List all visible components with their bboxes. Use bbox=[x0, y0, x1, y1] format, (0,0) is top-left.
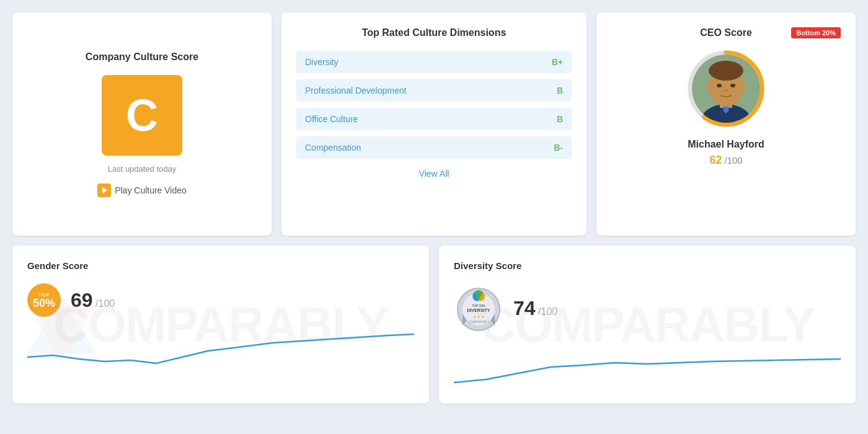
last-updated-text: Last updated today bbox=[108, 164, 177, 174]
dimension-name-compensation: Compensation bbox=[305, 143, 361, 153]
culture-score-card: Company Culture Score C Last updated tod… bbox=[12, 12, 272, 236]
dimensions-title: Top Rated Culture Dimensions bbox=[296, 27, 572, 38]
play-video-label: Play Culture Video bbox=[115, 185, 187, 195]
grade-letter: C bbox=[126, 90, 158, 141]
culture-score-title: Company Culture Score bbox=[86, 51, 198, 63]
bottom-badge: Bottom 20% bbox=[791, 27, 841, 38]
diversity-panel-title: Diversity Score bbox=[454, 260, 521, 271]
dimension-item-diversity[interactable]: Diversity B+ bbox=[296, 51, 572, 73]
svg-point-8 bbox=[717, 84, 722, 87]
diversity-score-number: 74 bbox=[513, 297, 536, 319]
dimension-name-diversity: Diversity bbox=[305, 57, 339, 67]
view-all-link[interactable]: View All bbox=[296, 169, 572, 179]
gender-panel-title: Gender Score bbox=[27, 260, 88, 271]
gender-score-panel: COMPARABLY Gender Score TOP 50% 69 /100 bbox=[12, 246, 429, 404]
ceo-score-card: CEO Score Bottom 20% bbox=[596, 12, 856, 236]
dimension-name-prodev: Professional Development bbox=[305, 86, 406, 95]
diversity-panel-header: Diversity Score bbox=[454, 260, 841, 271]
dimension-item-prodev[interactable]: Professional Development B bbox=[296, 79, 572, 102]
diversity-score-display: 74 /100 bbox=[513, 297, 557, 320]
gender-chart bbox=[27, 323, 414, 373]
diversity-panel-scores: TOP 20% DIVERSITY ★ ★ ★ COMPARABLY 74 /1… bbox=[454, 283, 841, 333]
dimension-item-compensation[interactable]: Compensation B- bbox=[296, 136, 572, 159]
dimension-grade-diversity: B+ bbox=[552, 57, 563, 67]
svg-text:COMPARABLY: COMPARABLY bbox=[468, 320, 490, 324]
dimension-name-office: Office Culture bbox=[305, 114, 358, 124]
gender-panel-header: Gender Score bbox=[27, 260, 414, 271]
dimension-item-office[interactable]: Office Culture B bbox=[296, 108, 572, 130]
svg-text:DIVERSITY: DIVERSITY bbox=[467, 308, 490, 312]
diversity-score-panel: COMPARABLY Diversity Score bbox=[439, 246, 856, 404]
dimension-grade-compensation: B- bbox=[554, 143, 563, 153]
svg-point-10 bbox=[724, 89, 728, 92]
diversity-score-outof: /100 bbox=[538, 306, 557, 317]
dimensions-card: Top Rated Culture Dimensions Diversity B… bbox=[281, 12, 587, 236]
svg-text:TOP 20%: TOP 20% bbox=[472, 304, 485, 308]
svg-point-9 bbox=[730, 84, 735, 87]
diversity-chart bbox=[454, 339, 841, 389]
ceo-score-number: 62 bbox=[709, 154, 722, 166]
ceo-avatar-container bbox=[686, 48, 766, 129]
grade-box: C bbox=[102, 75, 182, 156]
ceo-photo bbox=[692, 55, 760, 123]
svg-point-12 bbox=[741, 84, 746, 91]
dimension-grade-prodev: B bbox=[557, 86, 563, 95]
diversity-award-badge: TOP 20% DIVERSITY ★ ★ ★ COMPARABLY bbox=[454, 283, 503, 333]
svg-point-11 bbox=[706, 84, 711, 91]
svg-point-7 bbox=[709, 61, 743, 81]
ceo-score-value: 62 /100 bbox=[709, 154, 742, 167]
ceo-score-outof: /100 bbox=[725, 155, 743, 166]
ceo-name: Michael Hayford bbox=[688, 139, 764, 150]
play-icon bbox=[97, 184, 111, 197]
play-video-button[interactable]: Play Culture Video bbox=[97, 184, 187, 197]
dimension-grade-office: B bbox=[557, 114, 563, 124]
svg-text:★ ★ ★: ★ ★ ★ bbox=[473, 315, 484, 319]
